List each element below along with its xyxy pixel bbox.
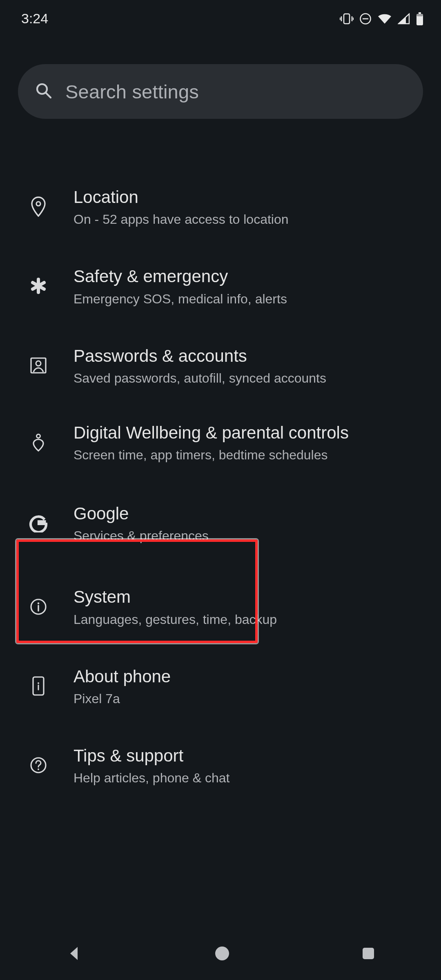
settings-row-system[interactable]: System Languages, gestures, time, backup bbox=[0, 568, 441, 647]
vibrate-icon bbox=[340, 13, 354, 25]
settings-list: Location On - 52 apps have access to loc… bbox=[0, 168, 441, 806]
info-circle-icon bbox=[29, 598, 47, 617]
svg-point-23 bbox=[38, 682, 39, 684]
row-title: System bbox=[74, 587, 423, 607]
search-placeholder: Search settings bbox=[65, 80, 199, 103]
search-icon bbox=[34, 81, 53, 102]
search-settings[interactable]: Search settings bbox=[18, 64, 423, 119]
status-time: 3:24 bbox=[21, 11, 48, 27]
settings-row-about-phone[interactable]: About phone Pixel 7a bbox=[0, 647, 441, 726]
do-not-disturb-icon bbox=[359, 13, 372, 25]
svg-point-26 bbox=[38, 768, 39, 770]
google-g-icon bbox=[29, 514, 48, 534]
row-title: Digital Wellbeing & parental controls bbox=[74, 423, 408, 443]
svg-rect-28 bbox=[363, 948, 374, 959]
row-title: Tips & support bbox=[74, 746, 423, 766]
cellular-signal-icon bbox=[398, 13, 410, 24]
row-subtitle: Emergency SOS, medical info, alerts bbox=[74, 291, 423, 307]
row-title: Location bbox=[74, 187, 423, 207]
row-title: About phone bbox=[74, 667, 423, 686]
row-subtitle: On - 52 apps have access to location bbox=[74, 211, 423, 227]
settings-row-tips-support[interactable]: Tips & support Help articles, phone & ch… bbox=[0, 726, 441, 806]
help-circle-icon bbox=[29, 756, 47, 776]
row-subtitle: Pixel 7a bbox=[74, 690, 423, 707]
status-bar: 3:24 bbox=[0, 0, 441, 36]
phone-info-icon bbox=[31, 676, 45, 698]
account-box-icon bbox=[29, 356, 47, 376]
wellbeing-icon bbox=[30, 433, 47, 453]
settings-row-wellbeing[interactable]: Digital Wellbeing & parental controls Sc… bbox=[0, 406, 441, 480]
status-icons bbox=[340, 12, 424, 25]
nav-recents-button[interactable] bbox=[360, 945, 376, 962]
row-subtitle: Languages, gestures, time, backup bbox=[74, 611, 423, 628]
row-subtitle: Help articles, phone & chat bbox=[74, 770, 423, 786]
svg-rect-9 bbox=[416, 14, 423, 16]
row-title: Passwords & accounts bbox=[74, 346, 423, 366]
svg-rect-7 bbox=[419, 12, 421, 14]
medical-asterisk-icon bbox=[30, 277, 47, 296]
row-subtitle: Saved passwords, autofill, synced accoun… bbox=[74, 370, 423, 386]
svg-point-18 bbox=[37, 434, 40, 438]
settings-row-safety[interactable]: Safety & emergency Emergency SOS, medica… bbox=[0, 247, 441, 326]
svg-line-11 bbox=[46, 93, 51, 98]
settings-row-passwords[interactable]: Passwords & accounts Saved passwords, au… bbox=[0, 327, 441, 406]
navigation-bar bbox=[0, 927, 441, 980]
row-subtitle: Services & preferences bbox=[74, 528, 423, 544]
settings-row-location[interactable]: Location On - 52 apps have access to loc… bbox=[0, 168, 441, 247]
svg-point-27 bbox=[215, 947, 229, 960]
svg-point-20 bbox=[38, 602, 39, 604]
nav-home-button[interactable] bbox=[213, 944, 231, 962]
nav-back-button[interactable] bbox=[65, 944, 84, 963]
row-subtitle: Screen time, app timers, bedtime schedul… bbox=[74, 447, 423, 463]
settings-row-google[interactable]: Google Services & preferences bbox=[0, 480, 441, 568]
wifi-icon bbox=[377, 13, 392, 24]
svg-point-17 bbox=[36, 361, 41, 366]
location-pin-icon bbox=[30, 196, 47, 218]
svg-point-12 bbox=[36, 202, 40, 206]
row-title: Google bbox=[74, 504, 423, 523]
row-title: Safety & emergency bbox=[74, 267, 423, 286]
battery-icon bbox=[416, 12, 424, 25]
svg-rect-0 bbox=[344, 14, 350, 24]
